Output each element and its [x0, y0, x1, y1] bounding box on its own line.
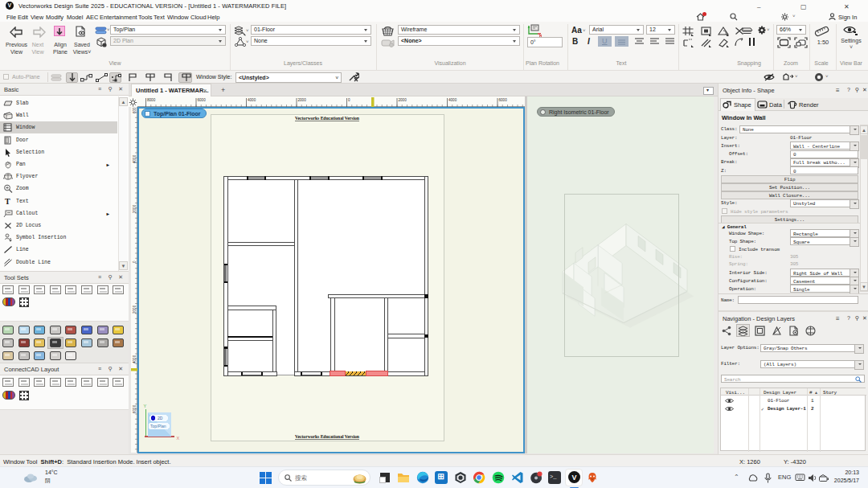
svg-text:2000: 2000: [399, 98, 407, 102]
svg-text:8000: 8000: [147, 98, 156, 102]
svg-text:4000: 4000: [248, 98, 256, 102]
svg-text:4000: 4000: [133, 355, 137, 363]
svg-text:X: X: [177, 436, 180, 441]
svg-text:4000: 4000: [133, 154, 137, 163]
svg-text:2D: 2D: [158, 416, 163, 420]
svg-text:4000: 4000: [448, 98, 457, 102]
svg-text:2000: 2000: [298, 98, 307, 102]
svg-text:Top/Plan: Top/Plan: [150, 424, 166, 429]
svg-text:0: 0: [348, 98, 350, 102]
svg-text:Vectorworks Educational Versio: Vectorworks Educational Version: [295, 434, 360, 439]
svg-text:0: 0: [133, 260, 137, 263]
svg-text:2000: 2000: [133, 305, 137, 314]
svg-text:6000: 6000: [198, 98, 207, 102]
svg-text:Y: Y: [144, 404, 147, 408]
svg-text:6000: 6000: [499, 98, 508, 102]
svg-text:2000: 2000: [133, 204, 137, 213]
svg-text:Vectorworks Educational Versio: Vectorworks Educational Version: [295, 116, 360, 121]
